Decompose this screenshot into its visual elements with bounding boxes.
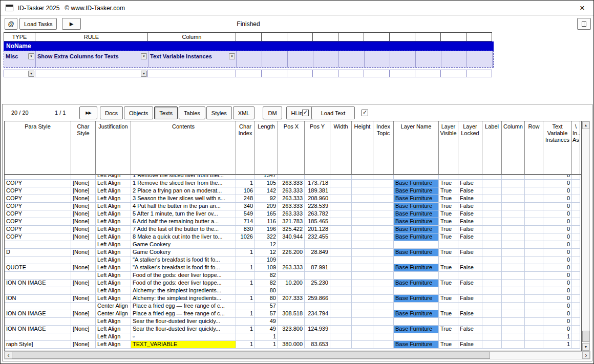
cell-px[interactable] — [278, 241, 305, 249]
cell-ci[interactable]: 714 — [236, 218, 255, 226]
rule-cell[interactable] — [365, 51, 390, 61]
rule-column-header[interactable]: RULE — [35, 32, 148, 41]
tab-hlinks[interactable]: HLinks — [286, 106, 314, 119]
cell-ll[interactable]: False — [458, 226, 482, 233]
cell-layer[interactable] — [394, 241, 439, 249]
cell-ll[interactable] — [458, 303, 482, 310]
cell-lv[interactable] — [439, 318, 458, 326]
cell-row[interactable] — [525, 272, 543, 280]
rule-cell[interactable] — [288, 51, 313, 61]
cell-ci[interactable] — [236, 333, 255, 341]
cell-lbl[interactable] — [482, 226, 502, 233]
cell-ci[interactable]: 1 — [236, 341, 255, 349]
cell-para[interactable]: COPY — [5, 210, 71, 218]
cell-ex[interactable] — [572, 303, 580, 310]
table-row[interactable]: COPY[None]Left Align8 Make a quick cut i… — [5, 233, 581, 241]
cell-tvi[interactable]: 0 — [543, 187, 572, 195]
cell-ci[interactable]: 1 — [236, 295, 255, 303]
cell-just[interactable]: Left Align — [96, 226, 131, 233]
cell-txt[interactable]: 8 Make a quick cut into the liver to... — [131, 233, 236, 241]
cell-lv[interactable]: True — [439, 218, 458, 226]
cell-col[interactable] — [502, 303, 525, 310]
cell-it[interactable] — [373, 333, 394, 341]
cell-it[interactable] — [373, 218, 394, 226]
cell-ex[interactable] — [572, 310, 580, 318]
cell-len[interactable]: 196 — [255, 226, 278, 233]
cell-it[interactable] — [373, 310, 394, 318]
cell-tvi[interactable]: 0 — [543, 249, 572, 256]
cell-ex[interactable] — [572, 210, 580, 218]
cell-para[interactable]: raph Style] — [5, 341, 71, 349]
cell-ci[interactable] — [236, 303, 255, 310]
cell-len[interactable]: 142 — [255, 187, 278, 195]
cell-layer[interactable] — [394, 175, 439, 180]
cell-cs[interactable] — [71, 333, 96, 341]
rule-column-header[interactable] — [415, 32, 441, 41]
rule-column-header[interactable]: Column — [148, 32, 236, 41]
column-header-tvi[interactable]: Text Variable Instances — [543, 121, 572, 174]
cell-h[interactable] — [352, 249, 373, 256]
column-header-lbl[interactable]: Label — [482, 121, 502, 174]
cell-h[interactable] — [352, 226, 373, 233]
cell-row[interactable] — [525, 326, 543, 333]
rule-cell[interactable] — [313, 51, 339, 61]
rule-cell[interactable]: Text Variable Instances▼ — [148, 51, 237, 61]
cell-ci[interactable] — [236, 318, 255, 326]
cell-para[interactable] — [5, 318, 71, 326]
cell-px[interactable]: 380.000 — [278, 341, 305, 349]
cell-py[interactable]: 28.849 — [305, 249, 330, 256]
cell-layer[interactable]: Base Furniture — [394, 180, 439, 187]
cell-lv[interactable]: True — [439, 233, 458, 241]
column-header-ci[interactable]: Char Index — [236, 121, 255, 174]
cell-tvi[interactable]: 0 — [543, 218, 572, 226]
cell-txt[interactable]: Sear the flour-dusted liver quickly... — [131, 318, 236, 326]
cell-it[interactable] — [373, 241, 394, 249]
cell-px[interactable]: 340.944 — [278, 233, 305, 241]
cell-just[interactable]: Left Align — [96, 180, 131, 187]
cell-w[interactable] — [330, 333, 352, 341]
cell-lbl[interactable] — [482, 280, 502, 287]
cell-px[interactable]: 325.422 — [278, 226, 305, 233]
cell-lv[interactable]: True — [439, 280, 458, 287]
cell-tvi[interactable]: 0 — [543, 195, 572, 203]
column-header-ex[interactable]: \ In.. As — [572, 121, 580, 174]
cell-ex[interactable] — [572, 249, 580, 256]
cell-it[interactable] — [373, 226, 394, 233]
cell-py[interactable] — [305, 272, 330, 280]
cell-tvi[interactable]: 1 — [543, 333, 572, 341]
cell-ex[interactable] — [572, 226, 580, 233]
cell-lv[interactable]: True — [439, 195, 458, 203]
cell-txt[interactable]: Game Cookery — [131, 249, 236, 256]
cell-para[interactable]: COPY — [5, 218, 71, 226]
cell-para[interactable] — [5, 333, 71, 341]
cell-just[interactable]: Center Align — [96, 310, 131, 318]
cell-layer[interactable] — [394, 287, 439, 295]
cell-txt[interactable]: 2 Place a frying pan on a moderat... — [131, 187, 236, 195]
cell-py[interactable]: 83.653 — [305, 341, 330, 349]
cell-tvi[interactable]: 0 — [543, 241, 572, 249]
cell-it[interactable] — [373, 326, 394, 333]
dropdown-icon[interactable]: ▼ — [229, 53, 235, 59]
cell-txt[interactable]: 3 Season the liver slices well with s... — [131, 195, 236, 203]
cell-col[interactable] — [502, 280, 525, 287]
table-row[interactable]: Left Align"A stalker's breakfast is food… — [5, 256, 581, 264]
cell-px[interactable] — [278, 333, 305, 341]
fast-forward-button[interactable]: ▶▶ — [79, 106, 97, 119]
column-header-py[interactable]: Pos Y — [305, 121, 330, 174]
cell-layer[interactable]: Base Furniture — [394, 195, 439, 203]
cell-col[interactable] — [502, 187, 525, 195]
cell-para[interactable]: QUOTE — [5, 264, 71, 272]
cell-it[interactable] — [373, 249, 394, 256]
close-icon[interactable]: × — [576, 4, 588, 12]
cell-just[interactable]: Left Align — [96, 264, 131, 272]
cell-layer[interactable]: Base Furniture — [394, 280, 439, 287]
cell-row[interactable] — [525, 249, 543, 256]
cell-row[interactable] — [525, 226, 543, 233]
checkbox-right[interactable]: ✓ — [362, 110, 368, 116]
cell-py[interactable]: 87.991 — [305, 264, 330, 272]
cell-ci[interactable]: 1 — [236, 180, 255, 187]
cell-h[interactable] — [352, 303, 373, 310]
rule-column-header[interactable]: TYPE — [4, 32, 35, 41]
cell-h[interactable] — [352, 187, 373, 195]
cell-py[interactable]: 208.960 — [305, 195, 330, 203]
